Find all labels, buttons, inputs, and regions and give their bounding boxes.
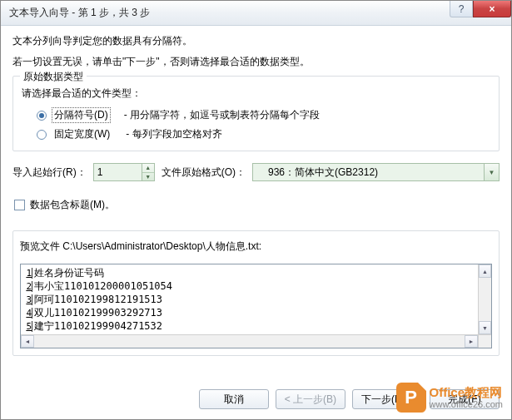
encoding-value: 936：简体中文(GB2312) bbox=[268, 166, 378, 180]
dropdown-arrow-icon[interactable]: ▼ bbox=[484, 164, 499, 180]
start-row-input[interactable] bbox=[93, 163, 142, 181]
radio-fixed-desc: - 每列字段加空格对齐 bbox=[126, 127, 221, 141]
scrollbar-horizontal[interactable]: ◄ ► bbox=[21, 334, 478, 348]
encoding-select[interactable]: 936：简体中文(GB2312) ▼ bbox=[252, 163, 500, 181]
next-button[interactable]: 下一步(N) > bbox=[352, 389, 423, 409]
intro-line-1: 文本分列向导判定您的数据具有分隔符。 bbox=[12, 34, 500, 48]
back-button: < 上一步(B) bbox=[276, 389, 345, 409]
header-checkbox[interactable] bbox=[14, 200, 25, 210]
radio-fixed-label: 固定宽度(W) bbox=[52, 126, 112, 142]
radio-row-delimited[interactable]: 分隔符号(D) - 用分隔字符，如逗号或制表符分隔每个字段 bbox=[22, 106, 490, 125]
original-data-type-group: 原始数据类型 请选择最合适的文件类型： 分隔符号(D) - 用分隔字符，如逗号或… bbox=[12, 76, 500, 151]
scroll-right-icon[interactable]: ► bbox=[465, 335, 478, 348]
titlebar: 文本导入向导 - 第 1 步，共 3 步 ? × bbox=[1, 1, 511, 26]
preview-title: 预览文件 C:\Users\Administrator\Desktop\人物信息… bbox=[20, 240, 492, 254]
scroll-down-icon[interactable]: ▼ bbox=[479, 321, 491, 334]
header-checkbox-label: 数据包含标题(M)。 bbox=[30, 198, 115, 212]
header-checkbox-row[interactable]: 数据包含标题(M)。 bbox=[14, 198, 500, 212]
preview-line: 1姓名身份证号码 bbox=[22, 266, 478, 279]
spinner-up-icon[interactable]: ▲ bbox=[142, 164, 154, 173]
group-title: 原始数据类型 bbox=[20, 70, 87, 84]
scroll-up-icon[interactable]: ▲ bbox=[479, 264, 491, 278]
radio-fixed[interactable] bbox=[37, 130, 47, 140]
preview-line: 5建宁110102199904271532 bbox=[22, 319, 478, 333]
radio-delimited-desc: - 用分隔字符，如逗号或制表符分隔每个字段 bbox=[124, 108, 320, 122]
scroll-corner bbox=[478, 334, 491, 348]
radio-row-fixed[interactable]: 固定宽度(W) - 每列字段加空格对齐 bbox=[22, 125, 490, 144]
close-button[interactable]: × bbox=[473, 1, 511, 17]
start-row-label: 导入起始行(R)： bbox=[12, 166, 87, 180]
intro-line-2: 若一切设置无误，请单击"下一步"，否则请选择最合适的数据类型。 bbox=[12, 55, 500, 69]
start-row-spinner[interactable]: ▲ ▼ bbox=[93, 163, 155, 181]
finish-button[interactable]: 完成(F) bbox=[430, 389, 500, 409]
encoding-label: 文件原始格式(O)： bbox=[162, 166, 246, 180]
radio-delimited[interactable] bbox=[37, 111, 47, 121]
preview-group: 预览文件 C:\Users\Administrator\Desktop\人物信息… bbox=[12, 230, 500, 356]
scroll-left-icon[interactable]: ◄ bbox=[21, 335, 34, 348]
group-instruction: 请选择最合适的文件类型： bbox=[22, 86, 490, 101]
preview-box: 1姓名身份证号码 2韦小宝110101200001051054 3阿珂11010… bbox=[20, 264, 492, 348]
preview-line: 4双儿110102199903292713 bbox=[22, 306, 478, 319]
scrollbar-vertical[interactable]: ▲ ▼ bbox=[478, 264, 491, 334]
preview-line: 2韦小宝110101200001051054 bbox=[22, 279, 478, 293]
cancel-button[interactable]: 取消 bbox=[199, 389, 269, 409]
window-title: 文本导入向导 - 第 1 步，共 3 步 bbox=[9, 6, 150, 20]
preview-line: 3阿珂110102199812191513 bbox=[22, 293, 478, 306]
help-button[interactable]: ? bbox=[450, 1, 473, 17]
radio-delimited-label: 分隔符号(D) bbox=[52, 107, 111, 123]
spinner-down-icon[interactable]: ▼ bbox=[142, 173, 154, 181]
